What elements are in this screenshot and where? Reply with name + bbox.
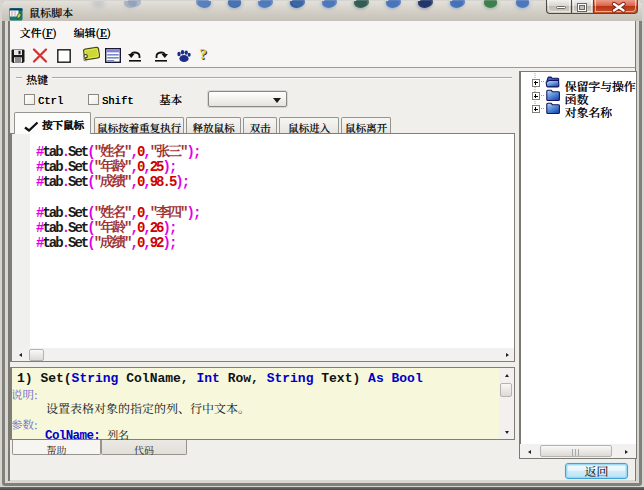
svg-text:?: ? [199,47,207,62]
